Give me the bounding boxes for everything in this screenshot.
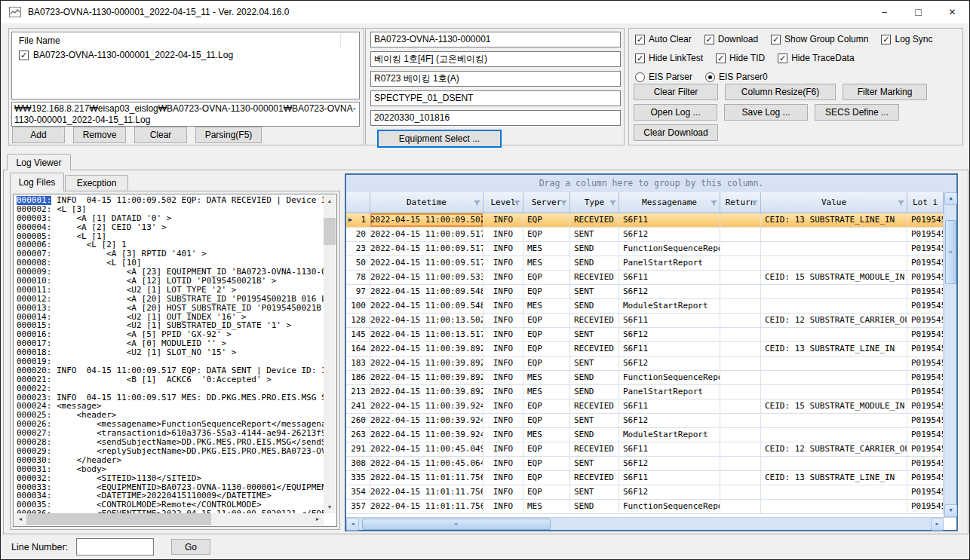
equipment-select-button[interactable]: Equipment Select ... bbox=[377, 130, 502, 148]
log-vertical-scrollbar[interactable]: ▲ ▼ bbox=[324, 195, 336, 513]
log-line[interactable]: 000021: <B [1] ACKC6 '0:Accepted' > bbox=[17, 375, 324, 384]
button-open-log[interactable]: Open Log ... bbox=[634, 104, 717, 121]
filter-icon[interactable] bbox=[751, 199, 758, 209]
button-clear-download[interactable]: Clear Download bbox=[634, 124, 718, 141]
button-parsing-f5[interactable]: Parsing(F5) bbox=[195, 127, 262, 143]
table-row[interactable]: 202022-04-15 11:00:09.517INFOEQPSENTS6F1… bbox=[346, 228, 944, 242]
table-row[interactable]: ▶12022-04-15 11:00:09.502INFOEQPRECEVIED… bbox=[346, 213, 944, 228]
checkbox-hide-linktest[interactable]: ✓Hide LinkTest bbox=[635, 53, 703, 63]
grid-scroll-left-icon[interactable]: ◄ bbox=[346, 518, 359, 531]
table-row[interactable]: 1832022-04-15 11:00:39.892INFOEQPSENTS6F… bbox=[346, 357, 944, 371]
table-row[interactable]: 1282022-04-15 11:00:13.502INFOEQPRECEVIE… bbox=[346, 314, 944, 328]
scroll-right-icon[interactable]: ► bbox=[312, 513, 324, 525]
column-header-datetime[interactable]: Datetime bbox=[370, 192, 483, 213]
minimize-button[interactable]: – bbox=[867, 1, 901, 23]
checkbox-show-group-column[interactable]: ✓Show Group Column bbox=[771, 34, 868, 44]
button-save-log[interactable]: Save Log ... bbox=[724, 104, 808, 121]
table-row[interactable]: 1642022-04-15 11:00:39.892INFOEQPRECEVIE… bbox=[346, 342, 944, 357]
table-row[interactable]: 3352022-04-15 11:01:11.756INFOEQPRECEVIE… bbox=[346, 471, 944, 485]
table-row[interactable]: 2132022-04-15 11:00:39.892INFOMESSENDPan… bbox=[346, 385, 944, 399]
grid-group-panel[interactable]: Drag a column here to group by this colu… bbox=[346, 175, 956, 192]
scroll-down-icon[interactable]: ▼ bbox=[324, 501, 336, 513]
file-checkbox-icon[interactable]: ✓ bbox=[19, 50, 29, 60]
column-header-level[interactable]: Level bbox=[483, 192, 523, 213]
button-add[interactable]: Add bbox=[12, 127, 65, 143]
checkbox-hide-tid[interactable]: ✓Hide TID bbox=[716, 53, 765, 63]
filter-icon[interactable] bbox=[474, 199, 480, 209]
button-clear-filter[interactable]: Clear Filter bbox=[634, 84, 718, 100]
column-header-type[interactable]: Type bbox=[570, 192, 619, 213]
line-number-input[interactable] bbox=[76, 538, 154, 555]
button-filter-marking[interactable]: Filter Marking bbox=[843, 84, 927, 100]
scroll-left-icon[interactable]: ◄ bbox=[14, 513, 26, 525]
equipment-field-1[interactable]: 베이킹 1호[4F] (고온베이킹) bbox=[370, 51, 621, 67]
log-hscroll-track[interactable] bbox=[26, 513, 312, 525]
table-row[interactable]: 782022-04-15 11:00:09.533INFOEQPRECEVIED… bbox=[346, 271, 944, 285]
filter-icon[interactable] bbox=[711, 199, 717, 209]
log-line[interactable]: 000003: <A [1] DATAID '0' > bbox=[17, 214, 324, 223]
file-path-box[interactable]: ₩₩192.168.8.217₩eisap03_eislog₩BA0723-OV… bbox=[11, 102, 360, 127]
grid-hscroll-thumb[interactable]: ≡ bbox=[362, 519, 551, 530]
log-line[interactable]: 000030: </header> bbox=[17, 456, 324, 465]
filter-icon[interactable] bbox=[560, 199, 567, 209]
checkbox-log-sync[interactable]: ✓Log Sync bbox=[881, 34, 932, 44]
grid-scroll-right-icon[interactable]: ► bbox=[931, 518, 944, 531]
log-line[interactable]: 000004: <A [2] CEID '13' > bbox=[17, 223, 324, 232]
equipment-field-0[interactable]: BA0723-OVNA-1130-000001 bbox=[370, 32, 621, 47]
grid-vscroll-thumb[interactable]: ≡ bbox=[945, 220, 956, 284]
log-text-area[interactable]: 000001: INFO 04-15 11:00:09.502 EQP: DAT… bbox=[13, 194, 337, 527]
equipment-field-3[interactable]: SPECTYPE_01_DSENT bbox=[370, 90, 621, 106]
log-hscroll-thumb[interactable] bbox=[26, 513, 211, 525]
column-header-lot-i[interactable]: Lot i bbox=[907, 192, 944, 213]
grid-vertical-scrollbar[interactable]: ▲ ≡ ▼ bbox=[944, 192, 956, 517]
checkbox-hide-tracedata[interactable]: ✓Hide TraceData bbox=[778, 53, 854, 63]
tab-log-files[interactable]: Log Files bbox=[10, 173, 64, 191]
column-header-return[interactable]: Return bbox=[720, 192, 761, 213]
grid-scroll-up-icon[interactable]: ▲ bbox=[944, 192, 957, 205]
table-row[interactable]: 2912022-04-15 11:00:45.049INFOEQPRECEVIE… bbox=[346, 442, 944, 457]
scroll-up-icon[interactable]: ▲ bbox=[324, 195, 336, 207]
column-header-server[interactable]: Server bbox=[523, 192, 570, 213]
tab-exception[interactable]: Execption bbox=[65, 175, 128, 191]
maximize-button[interactable]: □ bbox=[901, 1, 935, 23]
table-row[interactable]: 972022-04-15 11:00:09.548INFOEQPSENTS6F1… bbox=[346, 285, 944, 299]
log-line[interactable]: 000031: <body> bbox=[17, 465, 324, 474]
log-line[interactable]: 000022: bbox=[17, 384, 324, 393]
table-row[interactable]: 2632022-04-15 11:00:39.924INFOMESSENDMod… bbox=[346, 428, 944, 442]
table-row[interactable]: 1862022-04-15 11:00:39.892INFOMESSENDFun… bbox=[346, 371, 944, 385]
equipment-field-4[interactable]: 20220330_101816 bbox=[370, 110, 621, 126]
log-line[interactable]: 000032: <SITEID>1130</SITEID> bbox=[17, 474, 324, 483]
file-list[interactable]: File Name ✓ BA0723-OVNA-1130-000001_2022… bbox=[11, 32, 360, 99]
log-vscroll-thumb[interactable] bbox=[324, 218, 336, 245]
log-line[interactable]: 000002: <L [3] bbox=[17, 205, 324, 214]
button-clear[interactable]: Clear bbox=[134, 127, 187, 143]
go-button[interactable]: Go bbox=[171, 539, 210, 555]
grid-scroll-down-icon[interactable]: ▼ bbox=[944, 504, 957, 517]
log-horizontal-scrollbar[interactable]: ◄ ► bbox=[14, 513, 324, 525]
table-row[interactable]: 502022-04-15 11:00:09.517INFOMESSENDPane… bbox=[346, 256, 944, 271]
table-row[interactable]: 3572022-04-15 11:01:11.756INFOMESSENDFun… bbox=[346, 500, 944, 514]
table-row[interactable]: 2602022-04-15 11:00:39.924INFOEQPSENTS6F… bbox=[346, 414, 944, 428]
grid-vscroll-track[interactable]: ≡ bbox=[944, 205, 956, 504]
table-row[interactable]: 1452022-04-15 11:00:13.517INFOEQPSENTS6F… bbox=[346, 328, 944, 342]
radio-eis-parser0[interactable]: EIS Parser0 bbox=[705, 72, 768, 82]
grid-hscroll-track[interactable]: ≡ bbox=[359, 518, 931, 530]
checkbox-download[interactable]: ✓Download bbox=[704, 34, 758, 44]
grid-horizontal-scrollbar[interactable]: ◄ ≡ ► bbox=[346, 517, 956, 530]
filter-icon[interactable] bbox=[514, 199, 520, 209]
radio-eis-parser[interactable]: EIS Parser bbox=[635, 72, 692, 82]
table-row[interactable]: 232022-04-15 11:00:09.517INFOMESSENDFunc… bbox=[346, 242, 944, 256]
button-secs-define[interactable]: SECS Define ... bbox=[815, 104, 899, 121]
table-row[interactable]: 2412022-04-15 11:00:39.924INFOEQPRECEVIE… bbox=[346, 399, 944, 414]
column-header-messagename[interactable]: Messagename bbox=[619, 192, 720, 213]
log-line[interactable]: 000013: <A [20] HOST_SUBSTRATE_ID 'P0195… bbox=[17, 304, 324, 313]
table-row[interactable]: 3542022-04-15 11:01:11.756INFOEQPSENTS6F… bbox=[346, 485, 944, 500]
filter-icon[interactable] bbox=[898, 199, 904, 209]
checkbox-auto-clear[interactable]: ✓Auto Clear bbox=[635, 34, 692, 44]
button-column-resize-f6[interactable]: Column Resize(F6) bbox=[725, 84, 836, 100]
file-list-item[interactable]: ✓ BA0723-OVNA-1130-000001_2022-04-15_11.… bbox=[12, 50, 359, 60]
table-row[interactable]: 3082022-04-15 11:00:45.064INFOEQPSENTS6F… bbox=[346, 457, 944, 471]
log-line[interactable]: 000018: <U2 [1] SLOT_NO '15' > bbox=[17, 348, 324, 357]
tab-log-viewer[interactable]: Log Viewer bbox=[7, 154, 71, 170]
equipment-field-2[interactable]: R0723 베이킹 1호(A) bbox=[370, 71, 621, 87]
